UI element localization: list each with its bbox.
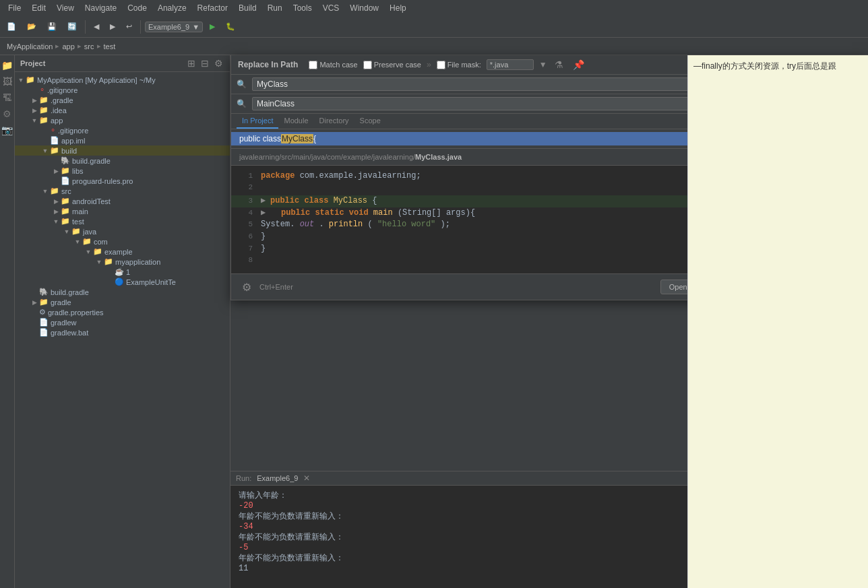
- code-brace: {: [372, 196, 377, 205]
- preserve-case-option[interactable]: Preserve case: [363, 61, 421, 69]
- full-layout: 📁 🖼 🏗 ⚙ 📷 Project ⊞ ⊟ ⚙ ▼ 📁 MyApplicatio…: [0, 55, 868, 588]
- resource-icon[interactable]: 🖼: [3, 74, 12, 89]
- sidebar-settings-btn[interactable]: ⚙: [213, 58, 224, 69]
- match-case-checkbox[interactable]: [309, 61, 317, 69]
- tree-item-build-gradle[interactable]: 🐘 build.gradle: [15, 156, 230, 166]
- tree-item-main[interactable]: ▶ 📁 main: [15, 206, 230, 216]
- toolbar-sync[interactable]: 🔄: [63, 21, 81, 32]
- folder-icon: 📁: [39, 106, 49, 115]
- menu-help[interactable]: Help: [384, 2, 412, 14]
- breadcrumb-part[interactable]: MyApplication: [5, 42, 54, 51]
- tree-item-root[interactable]: ▼ 📁 MyApplication [My Application] ~/My: [15, 75, 230, 85]
- breadcrumb-part[interactable]: test: [102, 42, 117, 51]
- file-mask-checkbox[interactable]: [437, 61, 445, 69]
- git-file-icon: ⚬: [50, 126, 56, 135]
- menu-view[interactable]: View: [51, 2, 80, 14]
- menubar: File Edit View Navigate Code Analyze Ref…: [0, 0, 868, 16]
- tree-item-androidtest[interactable]: ▶ 📁 androidTest: [15, 196, 230, 206]
- breadcrumb-sep: ▸: [96, 42, 102, 51]
- tree-item-src[interactable]: ▼ 📁 src: [15, 186, 230, 196]
- menu-tools[interactable]: Tools: [288, 2, 317, 14]
- tree-item-app-iml[interactable]: 📄 app.iml: [15, 135, 230, 145]
- tree-item-gitignore-root[interactable]: ⚬ .gitignore: [15, 85, 230, 95]
- line-number: 3: [237, 197, 253, 205]
- tree-item-label: java: [83, 228, 96, 236]
- pin-btn[interactable]: 📌: [571, 59, 586, 70]
- tree-item-libs[interactable]: ▶ 📁 libs: [15, 166, 230, 176]
- scope-tab-module[interactable]: Module: [278, 114, 313, 129]
- menu-navigate[interactable]: Navigate: [80, 2, 122, 14]
- tree-item-example[interactable]: ▼ 📁 example: [15, 247, 230, 257]
- filter-btn[interactable]: ⚗: [553, 59, 565, 70]
- preserve-case-label: Preserve case: [374, 61, 421, 69]
- shortcut-hint: Ctrl+Enter: [259, 283, 655, 291]
- tree-item-myapplication[interactable]: ▼ 📁 myapplication: [15, 257, 230, 267]
- toolbar-forward[interactable]: ▶: [106, 21, 119, 32]
- tree-item-root-build-gradle[interactable]: 🐘 build.gradle: [15, 287, 230, 297]
- toolbar-revert[interactable]: ↩: [122, 21, 136, 32]
- sidebar-collapse-btn[interactable]: ⊟: [199, 58, 210, 69]
- tree-item-idea[interactable]: ▶ 📁 .idea: [15, 105, 230, 115]
- menu-run[interactable]: Run: [262, 2, 288, 14]
- tree-item-gradle[interactable]: ▶ 📁 .gradle: [15, 95, 230, 105]
- toggle-arrow: ▶: [31, 97, 38, 104]
- menu-window[interactable]: Window: [344, 2, 384, 14]
- gradle-file-icon: 🐘: [61, 156, 70, 165]
- sidebar-expand-btn[interactable]: ⊞: [186, 58, 197, 69]
- toolbar-save[interactable]: 💾: [43, 21, 61, 32]
- menu-build[interactable]: Build: [233, 2, 262, 14]
- code-text: }: [261, 244, 266, 253]
- tree-item-gradle-folder[interactable]: ▶ 📁 gradle: [15, 297, 230, 307]
- dialog-settings-btn[interactable]: ⚙: [239, 281, 254, 294]
- tree-item-gradlew-bat[interactable]: 📄 gradlew.bat: [15, 327, 230, 337]
- breadcrumb-part[interactable]: src: [83, 42, 96, 51]
- menu-edit[interactable]: Edit: [26, 2, 51, 14]
- file-mask-input[interactable]: [487, 59, 534, 70]
- tree-item-app[interactable]: ▼ 📁 app: [15, 115, 230, 125]
- dialog-separator: »: [427, 60, 431, 69]
- result-text-before: public class: [239, 134, 281, 143]
- output-line-red: -5: [239, 543, 679, 552]
- captures-icon[interactable]: 📷: [1, 123, 13, 137]
- tree-item-java[interactable]: ▼ 📁 java: [15, 226, 230, 236]
- build-variants-icon[interactable]: ⚙: [3, 106, 11, 121]
- menu-analyze[interactable]: Analyze: [152, 2, 192, 14]
- preserve-case-checkbox[interactable]: [363, 61, 372, 69]
- project-icon[interactable]: 📁: [1, 58, 13, 73]
- file-icon: 📄: [39, 318, 49, 327]
- tree-item-example-unit[interactable]: 🔵 ExampleUnitTe: [15, 277, 230, 287]
- menu-refactor[interactable]: Refactor: [192, 2, 233, 14]
- tree-item-com[interactable]: ▼ 📁 com: [15, 236, 230, 247]
- menu-code[interactable]: Code: [122, 2, 152, 14]
- scope-tab-directory[interactable]: Directory: [314, 114, 354, 129]
- scope-tab-project[interactable]: In Project: [237, 114, 278, 129]
- match-case-option[interactable]: Match case: [309, 61, 357, 69]
- tree-item-file-1[interactable]: ☕ 1: [15, 267, 230, 277]
- run-tab-close[interactable]: ✕: [303, 473, 310, 483]
- toolbar-open[interactable]: 📂: [23, 21, 40, 32]
- folder-icon: 📁: [104, 257, 113, 266]
- toolbar-run[interactable]: ▶: [206, 21, 219, 32]
- tree-item-proguard[interactable]: 📄 proguard-rules.pro: [15, 176, 230, 186]
- tree-item-gradle-props[interactable]: ⚙ gradle.properties: [15, 307, 230, 317]
- output-line-red: -34: [239, 522, 679, 531]
- toggle-arrow: ▼: [42, 188, 49, 195]
- file-mask-dropdown-icon[interactable]: ▼: [539, 60, 547, 69]
- toolbar-new[interactable]: 📄: [3, 21, 20, 32]
- scope-tab-scope[interactable]: Scope: [354, 114, 386, 129]
- toolbar-debug[interactable]: 🐛: [222, 21, 239, 32]
- run-tab-label[interactable]: Example6_9: [257, 474, 298, 482]
- toggle-arrow: ▶: [53, 198, 59, 205]
- breadcrumb-part[interactable]: app: [61, 42, 75, 51]
- tree-item-build[interactable]: ▼ 📁 build: [15, 145, 230, 156]
- menu-vcs[interactable]: VCS: [317, 2, 345, 14]
- project-dropdown[interactable]: Example6_9 ▼: [145, 22, 203, 32]
- git-file-icon: ⚬: [39, 86, 45, 94]
- menu-file[interactable]: File: [3, 2, 26, 14]
- tree-item-label: libs: [72, 167, 84, 175]
- tree-item-gradlew[interactable]: 📄 gradlew: [15, 317, 230, 327]
- toolbar-back[interactable]: ◀: [90, 21, 103, 32]
- structure-icon[interactable]: 🏗: [3, 90, 12, 105]
- tree-item-test[interactable]: ▼ 📁 test: [15, 216, 230, 226]
- tree-item-app-gitignore[interactable]: ⚬ .gitignore: [15, 125, 230, 135]
